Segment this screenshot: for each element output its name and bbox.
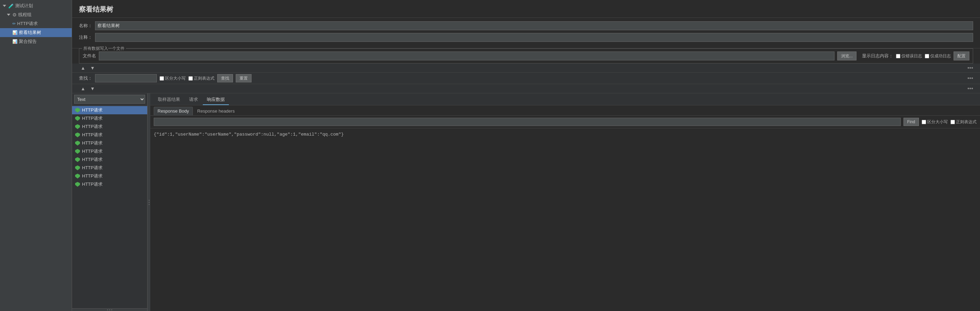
find-button[interactable]: 查找 (217, 74, 233, 82)
comment-row: 注释： (79, 33, 973, 42)
regex-right-text: 正则表达式 (956, 119, 977, 125)
browse-button[interactable]: 浏览... (837, 51, 856, 61)
case-sensitive-checkbox[interactable] (159, 76, 164, 81)
http-request-icon: ✏ (12, 21, 16, 26)
regex-checkbox[interactable] (188, 76, 193, 81)
tree-row-7[interactable]: HTTP请求 (72, 164, 147, 172)
tab-sampler-result[interactable]: 取样器结果 (154, 95, 184, 105)
arrow-down-icon (3, 5, 6, 7)
resize-dots (107, 309, 112, 310)
more-options-icon-1[interactable]: ••• (967, 65, 973, 71)
sidebar-label-test-plan: 测试计划 (15, 3, 33, 9)
arrow-down-icon-2 (7, 14, 10, 16)
tree-row-5[interactable]: HTTP请求 (72, 147, 147, 155)
shield-icon-5 (75, 148, 80, 154)
tree-pane: Text JSON XML HTML RegExp Tester HTTP请求 (72, 93, 148, 311)
error-only-checkbox-label[interactable]: 仅错误日志 (896, 53, 922, 59)
shield-icon-9 (75, 182, 80, 187)
up-arrow-btn[interactable]: ▲ (79, 65, 87, 72)
search-bar: 查找： 区分大小写 正则表达式 查找 重置 ••• (72, 73, 980, 84)
shield-icon-8 (75, 173, 80, 179)
toolbar-strip-2: ▲ ▼ ••• (72, 84, 980, 93)
sidebar-label-thread-group: 线程组 (18, 12, 32, 18)
more-options-icon-2[interactable]: ••• (967, 75, 973, 81)
shield-icon-3 (75, 132, 80, 138)
tree-row-label-6: HTTP请求 (82, 156, 103, 163)
resize-dot-3 (111, 309, 112, 310)
tree-row-label-3: HTTP请求 (82, 132, 103, 138)
shield-green-9 (75, 182, 80, 187)
tree-row-label-2: HTTP请求 (82, 124, 103, 130)
find-right-button[interactable]: Find (904, 118, 919, 126)
shield-green-7 (75, 166, 80, 170)
http-request-list: HTTP请求 HTTP请求 HTTP请求 (72, 105, 147, 308)
file-label: 文件名 (83, 53, 96, 59)
tree-row-1[interactable]: HTTP请求 (72, 114, 147, 123)
resize-handle[interactable] (148, 93, 150, 311)
regex-right-label[interactable]: 正则表达式 (950, 119, 977, 125)
regex-label[interactable]: 正则表达式 (188, 75, 215, 81)
file-section: 所有数据写入一个文件 文件名 浏览... 显示日志内容： 仅错误日志 仅成功日志… (79, 48, 973, 64)
test-plan-icon: 🧪 (8, 3, 14, 9)
tree-row-9[interactable]: HTTP请求 (72, 180, 147, 188)
sidebar-label-result-tree: 察看结果树 (19, 30, 41, 36)
file-input[interactable] (99, 51, 835, 61)
down-arrow-btn[interactable]: ▼ (89, 65, 97, 72)
reset-button[interactable]: 重置 (236, 74, 251, 82)
regex-text: 正则表达式 (194, 75, 215, 81)
result-tree-icon: 📊 (12, 30, 18, 35)
case-sensitive-right-checkbox[interactable] (922, 120, 926, 124)
up-arrow-btn-2[interactable]: ▲ (79, 85, 87, 92)
success-only-label: 仅成功日志 (930, 53, 951, 59)
tree-row-label-7: HTTP请求 (82, 165, 103, 171)
response-body-text: {"id":1,"userName":"userName","password"… (154, 132, 344, 137)
sidebar-item-aggregate-report[interactable]: 📊 聚合报告 (0, 37, 72, 46)
tree-row-6[interactable]: HTTP请求 (72, 155, 147, 164)
shield-green-8 (75, 174, 80, 179)
config-button[interactable]: 配置 (954, 51, 969, 61)
sidebar-label-http-request: HTTP请求 (17, 21, 38, 27)
more-options-icon-3[interactable]: ••• (967, 86, 973, 92)
tree-row-8[interactable]: HTTP请求 (72, 172, 147, 180)
success-only-checkbox[interactable] (925, 54, 929, 58)
sidebar-item-test-plan[interactable]: 🧪 测试计划 (0, 2, 72, 10)
tree-row-0[interactable]: HTTP请求 (72, 106, 147, 114)
results-area: Text JSON XML HTML RegExp Tester HTTP请求 (72, 93, 980, 311)
subtabs-bar: Response Body Response headers (150, 105, 980, 116)
sidebar-label-aggregate-report: 聚合报告 (19, 38, 37, 45)
subtab-response-headers[interactable]: Response headers (194, 107, 239, 115)
response-search-input[interactable] (154, 118, 901, 126)
main-content: 察看结果树 名称： 注释： 所有数据写入一个文件 文件名 浏览... 显示日志内… (72, 0, 980, 311)
tab-request[interactable]: 请求 (185, 95, 202, 105)
bottom-resize-handle[interactable] (72, 308, 147, 311)
sidebar-item-result-tree[interactable]: 📊 察看结果树 (0, 28, 72, 37)
text-dropdown[interactable]: Text JSON XML HTML RegExp Tester (74, 95, 145, 104)
regex-right-checkbox[interactable] (950, 120, 955, 124)
sidebar: 🧪 测试计划 ⚙ 线程组 ✏ HTTP请求 📊 察看结果树 📊 聚合报告 (0, 0, 72, 311)
subtab-response-body[interactable]: Response Body (154, 107, 193, 115)
tree-row-2[interactable]: HTTP请求 (72, 123, 147, 131)
comment-input[interactable] (95, 33, 973, 42)
response-body: {"id":1,"userName":"userName","password"… (150, 128, 980, 311)
resize-dot-1 (107, 309, 108, 310)
shield-green-6 (75, 157, 80, 162)
tab-response-data[interactable]: 响应数据 (203, 95, 229, 105)
down-arrow-btn-2[interactable]: ▼ (89, 85, 97, 92)
case-sensitive-label[interactable]: 区分大小写 (159, 75, 186, 81)
shield-icon-7 (75, 165, 80, 171)
error-only-checkbox[interactable] (896, 54, 900, 58)
tree-row-3[interactable]: HTTP请求 (72, 131, 147, 139)
tree-row-label-9: HTTP请求 (82, 181, 103, 187)
sidebar-item-http-request[interactable]: ✏ HTTP请求 (0, 19, 72, 28)
shield-icon-0 (75, 107, 80, 113)
name-input[interactable] (95, 21, 973, 30)
section-legend: 所有数据写入一个文件 (82, 46, 126, 51)
case-sensitive-right-label[interactable]: 区分大小写 (922, 119, 948, 125)
right-pane: 取样器结果 请求 响应数据 Response Body Response hea… (150, 93, 980, 311)
gear-icon: ⚙ (12, 12, 17, 18)
tree-row-4[interactable]: HTTP请求 (72, 139, 147, 147)
sidebar-item-thread-group[interactable]: ⚙ 线程组 (0, 10, 72, 19)
tabs-bar: 取样器结果 请求 响应数据 (150, 93, 980, 105)
success-only-checkbox-label[interactable]: 仅成功日志 (925, 53, 951, 59)
search-input[interactable] (95, 74, 157, 82)
